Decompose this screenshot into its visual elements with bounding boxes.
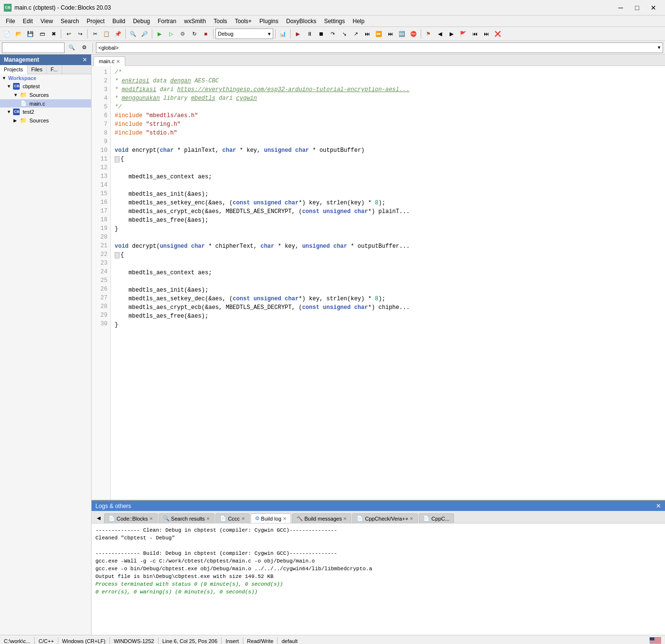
next-flag-btn[interactable]: ⏭	[481, 28, 492, 39]
debug-step-button[interactable]: ↷	[327, 28, 338, 39]
menu-tools-plus[interactable]: Tools+	[231, 16, 255, 27]
codeblocks-tab-close[interactable]: ✕	[149, 516, 153, 521]
debug-stepout-button[interactable]: ↗	[350, 28, 361, 39]
search-go-button[interactable]: 🔍	[66, 42, 77, 53]
code-line-26: mbedtls_aes_init(&aes);	[115, 286, 661, 295]
bottom-tab-search[interactable]: 🔍 Search results ✕	[159, 513, 214, 523]
save-button[interactable]: 💾	[25, 28, 36, 39]
menu-view[interactable]: View	[37, 16, 57, 27]
new-button[interactable]: 📄	[2, 28, 13, 39]
code-content[interactable]: /* * enkripsi data dengan AES-CBC * modi…	[111, 66, 665, 500]
project-test2[interactable]: ▼ CB test2	[0, 107, 91, 116]
code-line-28: mbedtls_aes_crypt_ecb(&aes, MBEDTLS_AES_…	[115, 303, 661, 312]
sidebar-tab-f[interactable]: F...	[47, 65, 62, 74]
toolbar-area: 📄 📂 💾 🗃 ✖ ↩ ↪ ✂ 📋 📌 🔍 🔎 ▶ ▷ ⚙ ↻ ■ Debug …	[0, 27, 665, 41]
line-num-6: 6	[94, 111, 107, 120]
line-num-10: 10	[94, 146, 107, 155]
bottom-tab-cppc2[interactable]: 📄 CppC...	[419, 513, 453, 523]
menu-build[interactable]: Build	[108, 16, 129, 27]
bottom-tab-prev[interactable]: ◀	[93, 512, 104, 523]
run-button[interactable]: ▷	[166, 28, 176, 39]
close-button[interactable]: ✕	[646, 1, 661, 14]
menu-project[interactable]: Project	[83, 16, 108, 27]
tab-main-c[interactable]: main.c ✕	[93, 56, 125, 66]
code-line-29: mbedtls_aes_free(&aes);	[115, 312, 661, 321]
prev-flag-btn[interactable]: ⏮	[469, 28, 480, 39]
cut-button[interactable]: ✂	[90, 28, 100, 39]
undo-button[interactable]: ↩	[63, 28, 74, 39]
status-indent: default	[281, 638, 297, 644]
menu-settings[interactable]: Settings	[320, 16, 348, 27]
bottom-panel-close-button[interactable]: ✕	[656, 502, 661, 510]
debug-vars-button[interactable]: 🔤	[397, 28, 407, 39]
menu-help[interactable]: Help	[349, 16, 369, 27]
debug-stepin-button[interactable]: ↘	[339, 28, 349, 39]
cccc-tab-close[interactable]: ✕	[241, 516, 245, 521]
cbptest-sources[interactable]: ▼ 📁 Sources	[0, 91, 91, 99]
line-num-27: 27	[94, 294, 107, 302]
menu-plugins[interactable]: Plugins	[255, 16, 282, 27]
menu-debug[interactable]: Debug	[129, 16, 154, 27]
bottom-tab-cccc[interactable]: 📄 Cccc ✕	[215, 513, 249, 523]
symbol-arrow-icon: ▾	[658, 44, 661, 51]
menu-doxyblocks[interactable]: DoxyBlocks	[282, 16, 320, 27]
redo-button[interactable]: ↪	[75, 28, 85, 39]
cppcheck-tab-close[interactable]: ✕	[410, 516, 413, 521]
minimize-button[interactable]: ─	[613, 1, 628, 14]
log-line-3	[95, 542, 661, 550]
search-input[interactable]	[2, 42, 65, 53]
menu-tools[interactable]: Tools	[210, 16, 231, 27]
bottom-tab-buildmsg[interactable]: 🔨 Build messages ✕	[292, 513, 352, 523]
codeblocks-tab-icon: 📄	[108, 515, 115, 522]
search-tab-close[interactable]: ✕	[206, 516, 210, 521]
bottom-tab-buildlog[interactable]: ⚙ Build log ✕	[251, 513, 291, 523]
code-line-12	[115, 164, 661, 173]
debug-continue-button[interactable]: ⏩	[373, 28, 384, 39]
tab-close-icon[interactable]: ✕	[116, 59, 120, 64]
flag-btn[interactable]: 🚩	[458, 28, 468, 39]
symbol-dropdown[interactable]: <global> ▾	[96, 42, 663, 53]
copy-button[interactable]: 📋	[101, 28, 112, 39]
project-cbptest[interactable]: ▼ CB cbptest	[0, 82, 91, 91]
debug-run-to-button[interactable]: ⏭	[385, 28, 396, 39]
build-run-button[interactable]: ▶	[154, 28, 165, 39]
menu-wxsmith[interactable]: wxSmith	[180, 16, 210, 27]
nav-fwd-button[interactable]: ▶	[446, 28, 457, 39]
bottom-tab-codeblocks[interactable]: 📄 Code::Blocks ✕	[104, 513, 158, 523]
sidebar-close-button[interactable]: ✕	[82, 56, 87, 63]
debug-break-button[interactable]: ⛔	[408, 28, 419, 39]
menu-edit[interactable]: Edit	[19, 16, 37, 27]
clear-flag-btn[interactable]: ❌	[492, 28, 503, 39]
find-button[interactable]: 🔍	[128, 28, 138, 39]
save-all-button[interactable]: 🗃	[37, 28, 47, 39]
menu-fortran[interactable]: Fortran	[154, 16, 180, 27]
debug-config-dropdown[interactable]: Debug ▾	[215, 28, 273, 39]
debug-next-button[interactable]: ⏭	[362, 28, 372, 39]
tbtn-1[interactable]: 📊	[278, 28, 288, 39]
find-replace-button[interactable]: 🔎	[139, 28, 150, 39]
maximize-button[interactable]: □	[629, 1, 645, 14]
bottom-tab-cppcheck[interactable]: 📄 CppCheck/Vera++ ✕	[352, 513, 418, 523]
sidebar-tab-projects[interactable]: Projects	[0, 65, 27, 74]
menu-file[interactable]: File	[2, 16, 19, 27]
close-file-button[interactable]: ✖	[48, 28, 59, 39]
search-options-button[interactable]: ⚙	[79, 42, 90, 53]
rebuild-button[interactable]: ↻	[189, 28, 200, 39]
paste-button[interactable]: 📌	[113, 28, 123, 39]
nav-back-button[interactable]: ◀	[435, 28, 445, 39]
open-button[interactable]: 📂	[13, 28, 24, 39]
stop-button[interactable]: ■	[200, 28, 211, 39]
sidebar-tab-files[interactable]: Files	[27, 65, 47, 74]
file-main-c[interactable]: 📄 main.c	[0, 99, 91, 107]
test2-sources[interactable]: ▶ 📁 Sources	[0, 116, 91, 125]
buildlog-tab-close[interactable]: ✕	[283, 516, 287, 521]
debug-play-button[interactable]: ▶	[293, 28, 303, 39]
workspace-item[interactable]: ▼ Workspace	[0, 74, 91, 82]
debug-pause-button[interactable]: ⏸	[304, 28, 315, 39]
test2-expand-icon: ▼	[7, 109, 12, 114]
debug-stop-button[interactable]: ⏹	[316, 28, 326, 39]
build-button[interactable]: ⚙	[177, 28, 188, 39]
buildmsg-tab-close[interactable]: ✕	[343, 516, 347, 521]
menu-search[interactable]: Search	[57, 16, 83, 27]
bookmark-btn[interactable]: ⚑	[423, 28, 434, 39]
